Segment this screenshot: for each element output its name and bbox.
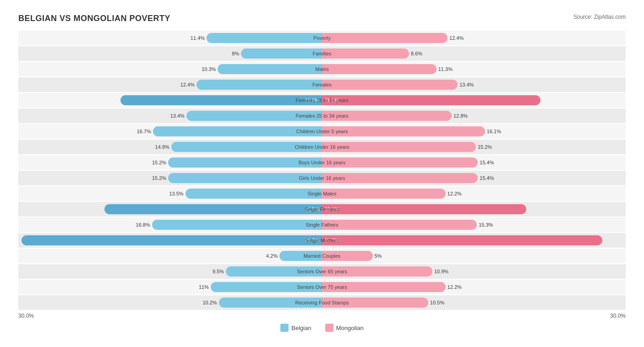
legend-mongolian-box — [325, 324, 333, 332]
left-section: 9.5% — [18, 264, 322, 279]
legend-mongolian-label: Mongolian — [336, 325, 364, 331]
right-section: 5% — [322, 249, 626, 263]
legend-mongolian: Mongolian — [325, 324, 364, 332]
bar-row: 13.4%12.8%Females 25 to 34 years — [18, 108, 626, 123]
left-section: 11% — [18, 280, 322, 294]
bar-right-value: 27.7% — [322, 238, 339, 243]
bar-row: 11.4%12.4%Poverty — [18, 31, 626, 45]
bar-right — [322, 64, 437, 74]
bar-row: 16.7%16.1%Children Under 5 years — [18, 124, 626, 139]
bar-left-value: 15.2% — [152, 175, 168, 181]
bar-right: 20.2% — [322, 204, 526, 214]
bar-left — [153, 126, 322, 136]
bar-right-value: 12.8% — [452, 113, 468, 119]
bar-left — [218, 64, 322, 74]
x-axis: 30.0% 30.0% — [18, 313, 626, 319]
bar-left-value: 29.7% — [305, 238, 322, 243]
bar-right-value: 5% — [373, 253, 382, 259]
bar-right-value: 13.4% — [458, 82, 474, 87]
right-section: 10.9% — [322, 264, 626, 279]
chart-header: BELGIAN VS MONGOLIAN POVERTY Source: Zip… — [18, 14, 626, 23]
chart-title: BELGIAN VS MONGOLIAN POVERTY — [18, 14, 170, 23]
bar-right — [322, 298, 428, 308]
right-section: 27.7% — [322, 233, 626, 248]
left-section: 14.9% — [18, 140, 322, 154]
right-section: 15.4% — [322, 155, 626, 170]
bar-row: 10.2%10.5%Receiving Food Stamps — [18, 295, 626, 310]
bar-left-value: 11.4% — [191, 35, 207, 41]
right-section: 8.6% — [322, 46, 626, 61]
left-section: 12.4% — [18, 77, 322, 92]
bar-left-value: 13.5% — [169, 191, 185, 196]
bar-row: 9.5%10.9%Seniors Over 65 years — [18, 264, 626, 279]
bar-left — [226, 266, 322, 277]
bar-left — [186, 111, 322, 121]
bar-left-value: 9.5% — [213, 269, 226, 274]
left-section: 10.3% — [18, 62, 322, 76]
right-section: 12.4% — [322, 31, 626, 45]
bar-left-value: 4.2% — [266, 253, 279, 259]
left-section: 15.2% — [18, 155, 322, 170]
bar-right-value: 15.4% — [478, 175, 494, 181]
bar-right — [322, 173, 478, 183]
legend-belgian-box — [280, 324, 289, 332]
bar-left-value: 10.3% — [202, 66, 218, 72]
right-section: 20.2% — [322, 202, 626, 217]
bar-row: 15.2%15.4%Girls Under 16 years — [18, 171, 626, 185]
bar-right-value: 8.6% — [409, 51, 422, 56]
legend-belgian: Belgian — [280, 324, 311, 332]
right-section: 12.2% — [322, 186, 626, 201]
bar-right-value: 12.4% — [448, 35, 464, 41]
bar-left — [241, 49, 322, 59]
right-section: 11.3% — [322, 62, 626, 76]
bar-right-value: 16.1% — [485, 129, 501, 134]
left-section: 13.5% — [18, 186, 322, 201]
bar-left-value: 14.9% — [155, 144, 171, 150]
bar-right-value: 15.4% — [478, 160, 494, 165]
bar-left — [196, 80, 322, 90]
bar-left-value: 11% — [199, 284, 211, 290]
bar-right: 21.6% — [322, 95, 540, 105]
bar-left: 21.5% — [104, 204, 322, 214]
bar-right — [322, 220, 477, 230]
right-section: 16.1% — [322, 124, 626, 139]
bar-right-value: 10.9% — [432, 269, 448, 274]
bar-right — [322, 157, 478, 168]
left-section: 13.4% — [18, 108, 322, 123]
bar-left-value: 15.2% — [152, 160, 168, 165]
bar-right-value: 10.5% — [428, 300, 444, 305]
right-section: 21.6% — [322, 93, 626, 108]
bar-row: 14.9%15.2%Children Under 16 years — [18, 140, 626, 154]
bar-left-value: 19.9% — [305, 98, 322, 103]
left-section: 4.2% — [18, 249, 322, 263]
x-axis-right-label: 30.0% — [610, 313, 626, 319]
left-section: 15.2% — [18, 171, 322, 185]
bar-left: 19.9% — [120, 95, 322, 105]
bar-left — [186, 189, 322, 199]
bar-left-value: 10.2% — [202, 300, 218, 305]
bar-row: 12.4%13.4%Females — [18, 77, 626, 92]
right-section: 15.3% — [322, 217, 626, 232]
bar-row: 29.7%27.7%Single Mothers — [18, 233, 626, 248]
left-section: 16.7% — [18, 124, 322, 139]
bar-left — [168, 173, 322, 183]
bar-right — [322, 282, 446, 292]
bar-right-value: 15.3% — [477, 222, 493, 228]
bar-right — [322, 33, 448, 43]
bar-row: 10.3%11.3%Males — [18, 62, 626, 76]
legend: Belgian Mongolian — [18, 324, 626, 332]
bar-right — [322, 80, 458, 90]
left-section: 11.4% — [18, 31, 322, 45]
bar-row: 15.2%15.4%Boys Under 16 years — [18, 155, 626, 170]
bar-right-value: 15.2% — [476, 144, 492, 150]
bar-left: 29.7% — [22, 235, 322, 245]
right-section: 15.2% — [322, 140, 626, 154]
bar-right-value: 12.2% — [446, 284, 462, 290]
bar-left — [279, 251, 322, 261]
bar-left-value: 21.5% — [305, 206, 322, 212]
right-section: 12.8% — [322, 108, 626, 123]
bar-left — [171, 142, 322, 152]
bar-right-value: 21.6% — [322, 98, 339, 103]
left-section: 8% — [18, 46, 322, 61]
chart-container: BELGIAN VS MONGOLIAN POVERTY Source: Zip… — [9, 9, 635, 341]
